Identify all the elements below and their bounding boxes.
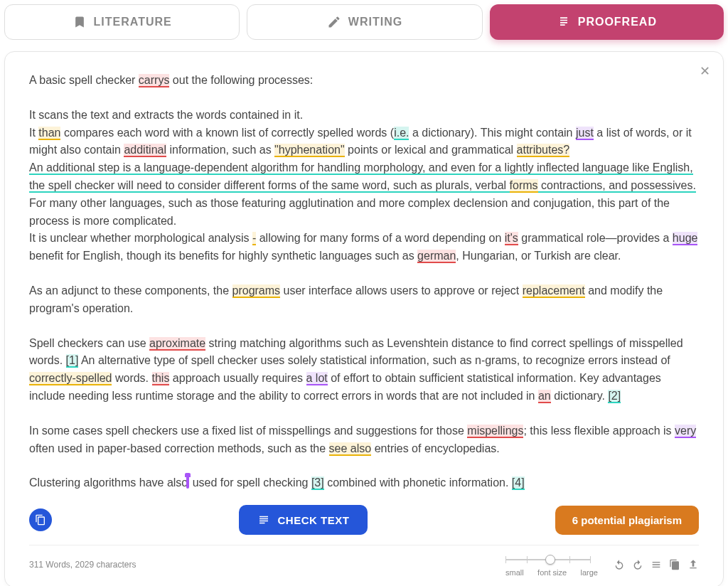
bookmark-icon [73,15,87,29]
check-text-button[interactable]: CHECK TEXT [239,505,368,535]
tab-label: WRITING [348,16,402,28]
close-icon[interactable]: ✕ [700,63,710,79]
tab-proofread[interactable]: PROOFREAD [490,4,724,40]
issue-grammar[interactable]: than [38,127,60,140]
issue-grammar[interactable]: replacement [523,284,585,298]
issue-spelling[interactable]: aproximate [149,337,205,351]
issue-style[interactable]: very [675,425,696,438]
tab-writing[interactable]: WRITING [247,4,482,40]
copy-icon[interactable] [669,559,680,570]
issue-longsentence[interactable]: An additional step is a language-depende… [29,161,696,193]
word-count: 311 Words, 2029 characters [29,560,136,570]
issue-grammar[interactable]: forms [510,179,538,193]
plagiarism-button[interactable]: 6 potential plagiarism [555,506,699,535]
issue-cap[interactable]: german [417,250,456,263]
copy-button[interactable] [29,508,52,531]
issue-spelling[interactable]: carrys [139,74,170,87]
copy-icon [35,514,46,526]
upload-icon[interactable] [687,559,699,570]
undo-icon[interactable] [614,559,625,570]
tab-literature[interactable]: LITERATURE [4,4,240,40]
issue-ref[interactable]: [2] [608,390,621,403]
font-size-slider[interactable]: small font size large [505,553,598,577]
mode-tabs: LITERATURE WRITING PROOFREAD [0,0,728,40]
pencil-icon [327,15,341,29]
document-lines-icon [557,15,571,29]
issue-ref[interactable]: [1] [66,354,79,368]
issue-spelling[interactable]: additinal [124,144,166,157]
issue-ref[interactable]: [4] [512,476,525,490]
issue-grammar[interactable]: programs [232,284,281,298]
tab-label: PROOFREAD [578,16,657,28]
issue-spelling[interactable]: mispellings [467,425,523,438]
issue-style[interactable]: huge [673,232,698,245]
tab-label: LITERATURE [94,16,172,28]
issue-style[interactable]: see also [329,442,372,456]
issue-style[interactable]: a lot [306,372,328,385]
lines-icon[interactable] [651,559,662,570]
proofread-panel: ✕ A basic spell checker carrys out the f… [4,51,724,586]
redo-icon[interactable] [632,559,643,570]
issue-grammar[interactable]: an [538,390,551,403]
issue-style[interactable]: just [576,127,594,140]
issue-cap[interactable]: this [152,372,170,385]
issue-grammar[interactable]: it's [505,232,518,245]
issue-style[interactable]: i.e. [394,127,409,140]
issue-punct[interactable]: attributes? [517,144,570,157]
issue-hyphen[interactable]: correctly-spelled [29,372,112,385]
document-lines-icon [257,513,270,526]
insertion-caret[interactable] [186,476,189,489]
document-body[interactable]: A basic spell checker carrys out the fol… [29,72,699,492]
issue-ref[interactable]: [3] [311,476,324,490]
issue-punct[interactable]: "hyphenation" [274,144,345,157]
